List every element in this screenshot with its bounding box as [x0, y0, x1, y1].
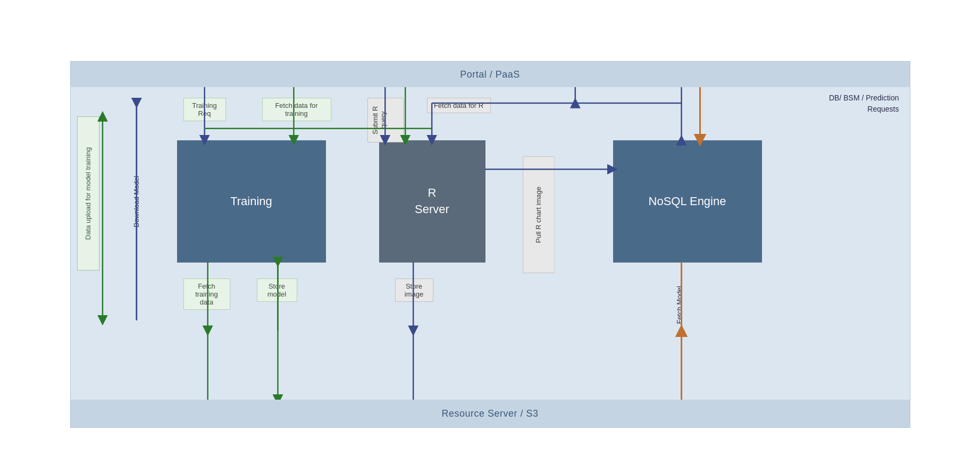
fetch-model-label: Fetch Model — [666, 278, 693, 332]
download-model-label: Download Model — [126, 103, 147, 300]
db-bsm-label: DB/ BSM / Prediction Requests — [829, 92, 899, 115]
architecture-diagram: Portal / PaaS Resource Server / S3 Data … — [38, 29, 942, 444]
portal-bar: Portal / PaaS — [71, 62, 910, 87]
resource-bar: Resource Server / S3 — [71, 400, 910, 427]
training-req-label: Training Req — [183, 98, 226, 121]
nosql-box: NoSQL Engine — [613, 140, 762, 263]
fetch-data-training-label: Fetch data for training — [262, 98, 331, 121]
outer-container: Portal / PaaS Resource Server / S3 Data … — [70, 61, 910, 428]
pull-r-chart-label: Pull R chart image — [523, 156, 555, 273]
submit-r-query-label: Submit R query — [367, 98, 404, 142]
portal-label: Portal / PaaS — [460, 69, 520, 80]
fetch-training-data-label: Fetch training data — [183, 278, 230, 310]
fetch-data-r-label: Fetch data for R — [427, 98, 491, 113]
data-upload-label: Data upload for model training — [77, 116, 99, 271]
inner-area: Data upload for model training Training … — [71, 87, 910, 400]
training-box: Training — [177, 140, 326, 263]
store-model-label: Store model — [257, 278, 297, 302]
store-image-label: Store image — [395, 278, 433, 302]
rserver-box: R Server — [379, 140, 485, 263]
resource-label: Resource Server / S3 — [441, 408, 538, 419]
